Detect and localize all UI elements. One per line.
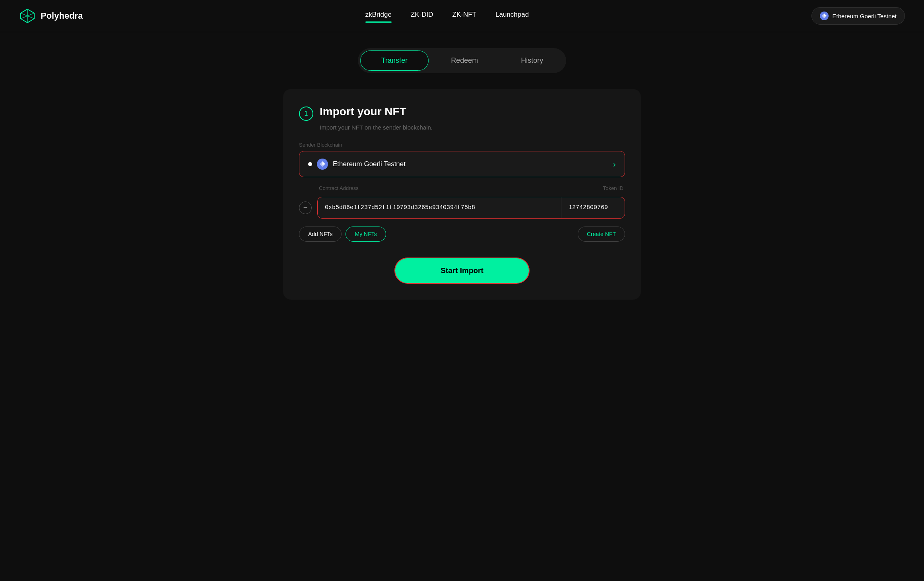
tab-history[interactable]: History	[500, 50, 564, 71]
import-nft-card: 1 Import your NFT Import your NFT on the…	[283, 89, 641, 300]
contract-address-label: Contract Address	[319, 185, 359, 191]
blockchain-selector[interactable]: Ethereum Goerli Testnet ›	[299, 151, 625, 177]
network-label: Ethereum Goerli Testnet	[833, 13, 897, 19]
polyhedra-logo-icon	[19, 8, 36, 24]
nft-row: −	[299, 197, 625, 219]
main-nav: zkBridge ZK-DID ZK-NFT Launchpad	[365, 11, 529, 21]
step-circle: 1	[299, 107, 313, 121]
sender-blockchain-label: Sender Blockchain	[299, 142, 625, 148]
nav-item-zkdid[interactable]: ZK-DID	[411, 11, 433, 21]
nav-item-launchpad[interactable]: Launchpad	[495, 11, 529, 21]
contract-address-input[interactable]	[318, 197, 557, 218]
blockchain-left: Ethereum Goerli Testnet	[308, 159, 406, 170]
header: Polyhedra zkBridge ZK-DID ZK-NFT Launchp…	[0, 0, 924, 32]
remove-nft-button[interactable]: −	[299, 201, 312, 214]
create-nft-button[interactable]: Create NFT	[578, 227, 625, 242]
sub-labels-row: Contract Address Token ID	[317, 185, 625, 191]
network-button[interactable]: Ethereum Goerli Testnet	[811, 7, 905, 25]
section-header: 1 Import your NFT	[299, 105, 625, 121]
tab-transfer[interactable]: Transfer	[360, 50, 429, 71]
nav-item-zknft[interactable]: ZK-NFT	[452, 11, 476, 21]
action-row: Add NFTs My NFTs Create NFT	[299, 227, 625, 242]
main-content: Transfer Redeem History 1 Import your NF…	[0, 32, 924, 316]
import-btn-wrap: Start Import	[299, 258, 625, 284]
chevron-right-icon: ›	[613, 160, 616, 169]
blockchain-eth-icon	[317, 159, 328, 170]
logo-area: Polyhedra	[19, 8, 83, 24]
blockchain-name: Ethereum Goerli Testnet	[333, 160, 406, 168]
nft-inputs-wrapper	[317, 197, 625, 219]
token-id-input[interactable]	[561, 197, 625, 218]
eth-icon	[820, 12, 829, 20]
start-import-button[interactable]: Start Import	[394, 258, 530, 284]
tab-redeem[interactable]: Redeem	[430, 50, 499, 71]
add-nfts-button[interactable]: Add NFTs	[299, 227, 342, 242]
section-subtitle: Import your NFT on the sender blockchain…	[320, 124, 625, 131]
tabs-container: Transfer Redeem History	[358, 48, 566, 73]
status-dot	[308, 162, 312, 166]
section-title-text: Import your NFT	[320, 105, 406, 118]
my-nfts-button[interactable]: My NFTs	[346, 227, 386, 242]
logo-text: Polyhedra	[41, 11, 83, 21]
action-left-buttons: Add NFTs My NFTs	[299, 227, 386, 242]
token-id-label: Token ID	[603, 185, 623, 191]
nav-item-zkbridge[interactable]: zkBridge	[365, 11, 392, 21]
